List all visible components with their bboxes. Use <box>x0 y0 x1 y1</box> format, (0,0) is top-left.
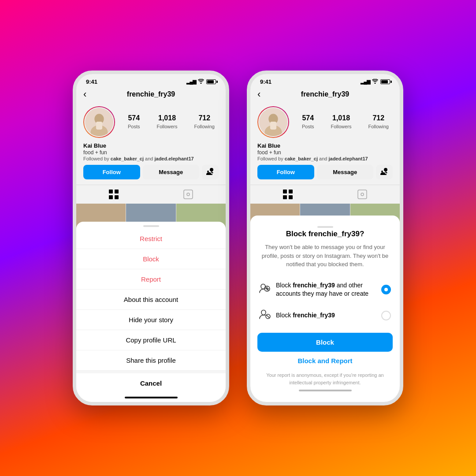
status-bar-1: 9:41 ▂▄▆ <box>76 74 226 87</box>
avatar-2 <box>258 107 288 137</box>
block-dialog-desc: They won't be able to message you or fin… <box>257 243 393 269</box>
block-report-button[interactable]: Block and Report <box>257 352 393 370</box>
svg-rect-16 <box>283 195 287 199</box>
message-button-2[interactable]: Message <box>317 165 374 179</box>
sheet-item-restrict[interactable]: Restrict <box>76 229 226 249</box>
home-indicator-1 <box>125 397 178 398</box>
radio-button-1[interactable] <box>381 285 391 294</box>
nav-bar-2: ‹ frenchie_fry39 <box>250 87 400 102</box>
tab-bar-2 <box>250 185 400 204</box>
stat-followers-label-1: Followers <box>156 124 177 129</box>
profile-followers-2: Followed by cake_baker_cj and jaded.elep… <box>257 156 393 161</box>
block-option-text-1: Block frenchie_fry39 and other accounts … <box>276 281 376 298</box>
sheet-item-copy-url[interactable]: Copy profile URL <box>76 330 226 350</box>
stat-following-2: 712 Following <box>368 114 389 130</box>
nav-title-1: frenchie_fry39 <box>127 90 175 98</box>
profile-name-1: Kai Blue <box>83 142 219 149</box>
message-button-1[interactable]: Message <box>143 165 200 179</box>
sheet-item-hide-story[interactable]: Hide your story <box>76 310 226 330</box>
profile-header-1: 574 Posts 1,018 Followers 712 Following <box>83 106 219 138</box>
block-option-1[interactable]: Block frenchie_fry39 and other accounts … <box>257 276 393 304</box>
stats-row-2: 574 Posts 1,018 Followers 712 Following <box>298 114 393 130</box>
signal-icon-2: ▂▄▆ <box>361 79 370 85</box>
block-option-text-2: Block frenchie_fry39 <box>276 311 376 320</box>
phone-1: 9:41 ▂▄▆ ‹ frenchie_fry39 <box>73 71 229 405</box>
stat-following-label-1: Following <box>194 124 215 129</box>
sheet-item-block[interactable]: Block <box>76 249 226 269</box>
tab-grid-1[interactable] <box>76 185 151 204</box>
wifi-icon-1 <box>198 79 204 85</box>
profile-header-2: 574 Posts 1,018 Followers 712 Following <box>257 106 393 138</box>
action-buttons-2: Follow Message <box>257 165 393 179</box>
svg-point-19 <box>361 193 364 196</box>
stat-followers-2: 1,018 Followers <box>331 114 351 130</box>
home-bar-2 <box>257 386 393 395</box>
add-friend-button-2[interactable] <box>376 165 393 179</box>
svg-rect-6 <box>109 195 113 199</box>
avatar-ring-2 <box>257 106 289 138</box>
avatar-ring-1 <box>83 106 115 138</box>
stat-posts-label-1: Posts <box>128 124 140 129</box>
sheet-item-report[interactable]: Report <box>76 269 226 290</box>
home-indicator-2 <box>299 390 352 391</box>
profile-name-2: Kai Blue <box>257 142 393 149</box>
battery-icon-2 <box>380 79 390 84</box>
svg-rect-18 <box>358 190 367 199</box>
phone-2: 9:41 ▂▄▆ ‹ frenchie_fry39 <box>247 71 403 405</box>
svg-rect-5 <box>115 190 119 193</box>
svg-rect-8 <box>184 190 193 199</box>
svg-rect-4 <box>109 190 113 193</box>
profile-section-1: 574 Posts 1,018 Followers 712 Following … <box>76 102 226 185</box>
back-button-1[interactable]: ‹ <box>83 89 86 100</box>
stat-following-1: 712 Following <box>194 114 215 130</box>
svg-rect-17 <box>289 195 293 199</box>
stat-posts-label-2: Posts <box>302 124 314 129</box>
svg-point-25 <box>261 310 266 315</box>
status-icons-1: ▂▄▆ <box>186 79 216 85</box>
stat-following-label-2: Following <box>368 124 389 129</box>
stat-posts-num-1: 574 <box>128 114 140 122</box>
radio-button-2[interactable] <box>381 311 391 320</box>
time-1: 9:41 <box>86 78 97 85</box>
sheet-item-about[interactable]: About this account <box>76 290 226 310</box>
svg-rect-14 <box>283 190 287 193</box>
action-buttons-1: Follow Message <box>83 165 219 179</box>
add-friend-button-1[interactable] <box>202 165 219 179</box>
svg-rect-3 <box>96 122 102 130</box>
stat-followers-1: 1,018 Followers <box>156 114 177 130</box>
tab-tag-2[interactable] <box>325 185 400 204</box>
profile-section-2: 574 Posts 1,018 Followers 712 Following … <box>250 102 400 185</box>
sheet-item-share[interactable]: Share this profile <box>76 350 226 371</box>
stat-posts-num-2: 574 <box>302 114 314 122</box>
avatar-1 <box>84 107 114 137</box>
block-option-2[interactable]: Block frenchie_fry39 <box>257 304 393 327</box>
tab-bar-1 <box>76 185 226 204</box>
stat-followers-label-2: Followers <box>331 124 351 129</box>
stats-row-1: 574 Posts 1,018 Followers 712 Following <box>124 114 219 130</box>
wifi-icon-2 <box>372 79 378 85</box>
stat-posts-1: 574 Posts <box>128 114 140 130</box>
follow-button-2[interactable]: Follow <box>257 165 314 179</box>
bottom-sheet-1: Restrict Block Report About this account… <box>76 222 226 402</box>
time-2: 9:41 <box>260 78 271 85</box>
svg-line-27 <box>267 315 270 318</box>
nav-title-2: frenchie_fry39 <box>301 90 349 98</box>
block-main-button[interactable]: Block <box>257 333 393 352</box>
tab-tag-1[interactable] <box>151 185 226 204</box>
battery-icon-1 <box>206 79 216 84</box>
tab-grid-2[interactable] <box>250 185 325 204</box>
home-bar-1 <box>76 393 226 402</box>
stat-followers-num-2: 1,018 <box>331 114 351 122</box>
stat-posts-2: 574 Posts <box>302 114 314 130</box>
follow-button-1[interactable]: Follow <box>83 165 140 179</box>
status-icons-2: ▂▄▆ <box>361 79 390 85</box>
block-option-icon-1 <box>259 283 271 296</box>
back-button-2[interactable]: ‹ <box>257 89 260 100</box>
dialog-footer: Your report is anonymous, except if you'… <box>257 372 393 386</box>
profile-bio-2: food + fun <box>257 149 393 156</box>
block-dialog-title: Block frenchie_fry39? <box>257 230 393 238</box>
svg-rect-7 <box>115 195 119 199</box>
svg-rect-13 <box>270 122 276 130</box>
svg-point-9 <box>187 193 190 196</box>
cancel-button-1[interactable]: Cancel <box>76 373 226 393</box>
